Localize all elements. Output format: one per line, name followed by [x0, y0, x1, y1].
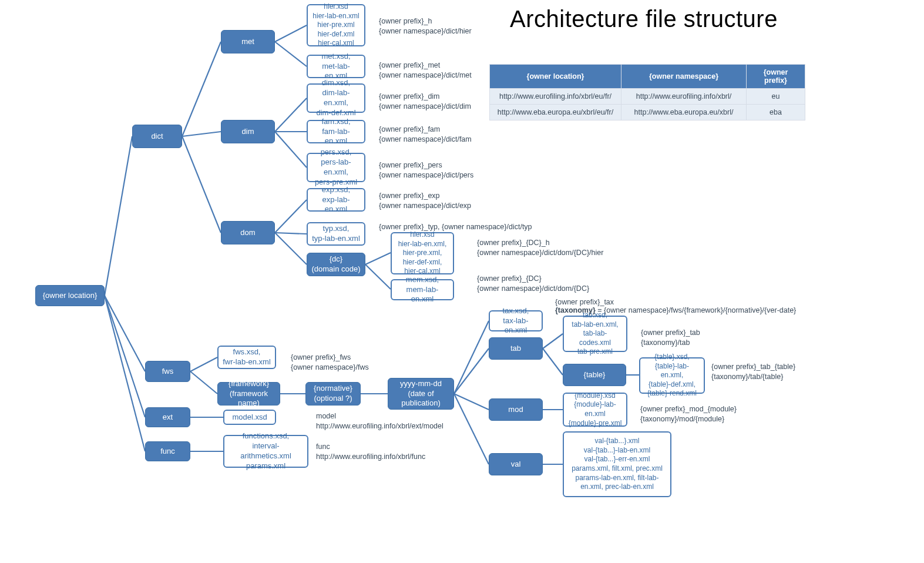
- node-dim-files: dim.xsd,dim-lab-en.xml,dim-def.xml: [307, 83, 365, 113]
- node-exp-files: exp.xsd,exp-lab-en.xml: [307, 188, 365, 212]
- table-row: http://www.eurofiling.info/xbrl/eu/fr/ h…: [490, 89, 805, 105]
- node-framework: {framework}(framework name): [217, 382, 280, 406]
- node-fws-files: fws.xsd,fwr-lab-en.xml: [217, 346, 276, 369]
- svg-line-11: [275, 200, 307, 233]
- node-fws: fws: [145, 361, 190, 382]
- table-row: http://www.eba.europa.eu/xbrl/eu/fr/ htt…: [490, 105, 805, 120]
- node-fam-files: fam.xsd,fam-lab-en.xml: [307, 120, 365, 143]
- label-dc-hier: {owner prefix}_{DC}_h{owner namespace}/d…: [477, 238, 603, 258]
- svg-line-14: [365, 253, 391, 264]
- label-func: funchttp://www.eurofiling.info/xbrl/func: [316, 442, 425, 462]
- node-tab-files: tab.xsd,tab-lab-en.xml,tab-lab-codes.xml…: [563, 316, 627, 352]
- owner-table: {owner location} {owner namespace} {owne…: [489, 64, 805, 120]
- node-normative: {normative}(optional ?): [305, 382, 361, 406]
- svg-line-23: [454, 348, 489, 394]
- label-dim: {owner prefix}_dim{owner namespace}/dict…: [379, 92, 471, 112]
- svg-line-17: [190, 371, 217, 394]
- label-fam: {owner prefix}_fam{owner namespace}/dict…: [379, 125, 472, 145]
- label-hier: {owner prefix}_h{owner namespace}/dict/h…: [379, 16, 472, 36]
- svg-line-0: [105, 296, 145, 371]
- svg-line-10: [275, 132, 307, 167]
- node-functions: functions.xsd,interval-arithmetics.xmlpa…: [223, 435, 308, 468]
- svg-line-22: [454, 321, 489, 394]
- label-pers: {owner prefix}_pers{owner namespace}/dic…: [379, 160, 473, 180]
- node-pers-files: pers.xsd,pers-lab-en.xml,pers-pre.xml: [307, 153, 365, 182]
- svg-line-3: [182, 42, 221, 136]
- label-met: {owner prefix}_met{owner namespace}/dict…: [379, 61, 472, 81]
- svg-line-13: [275, 233, 307, 264]
- page-title: Architecture file structure: [510, 6, 778, 32]
- node-val: val: [489, 453, 543, 475]
- node-mod: mod: [489, 398, 543, 421]
- node-val-files: val-{tab...}.xmlval-{tab...}-lab-en.xmlv…: [563, 431, 671, 497]
- th-prefix: {owner prefix}: [747, 65, 805, 89]
- node-dc-mem: mem.xsd,mem-lab-en.xml: [391, 279, 454, 300]
- svg-line-4: [182, 132, 221, 136]
- svg-line-1: [105, 296, 145, 417]
- node-typ-files: typ.xsd,typ-lab-en.xml: [307, 222, 365, 246]
- label-mod: {owner prefix}_mod_{module}{taxonomy}/mo…: [640, 404, 737, 424]
- node-met-files: met.xsd,met-lab-en.xml: [307, 55, 365, 78]
- node-func: func: [145, 441, 190, 461]
- node-dom: dom: [221, 221, 275, 244]
- node-mod-files: {module}.xsd{module}-lab-en.xml{module}-…: [563, 393, 627, 427]
- node-table: {table}: [563, 364, 626, 386]
- label-fws: {owner prefix}_fws{owner namespace}/fws: [291, 353, 369, 373]
- svg-line-15: [365, 264, 391, 289]
- node-model: model.xsd: [223, 410, 276, 425]
- label-model: modelhttp://www.eurofiling.info/xbrl/ext…: [316, 411, 443, 431]
- node-dc: {dc}(domain code): [307, 253, 365, 276]
- svg-line-16: [190, 357, 217, 371]
- label-dc-mem: {owner prefix}_{DC}{owner namespace}/dic…: [477, 274, 589, 294]
- node-dc-hier: hier.xsdhier-lab-en.xml,hier-pre.xml,hie…: [391, 232, 454, 274]
- label-exp: {owner prefix}_exp{owner namespace}/dict…: [379, 191, 471, 211]
- svg-line-24: [454, 394, 489, 410]
- node-dim: dim: [221, 120, 275, 143]
- svg-line-2: [105, 296, 145, 451]
- label-table: {owner prefix}_tab_{table}{taxonomy}/tab…: [711, 362, 795, 382]
- node-met: met: [221, 30, 275, 53]
- node-ext: ext: [145, 407, 190, 427]
- svg-line-5: [182, 136, 221, 233]
- th-location: {owner location}: [490, 65, 621, 89]
- node-tax-files: tax.xsd,tax-lab-en.xml: [489, 310, 543, 331]
- svg-line-25: [454, 394, 489, 464]
- svg-line-27: [543, 348, 563, 375]
- th-namespace: {owner namespace}: [621, 65, 747, 89]
- node-tab: tab: [489, 337, 543, 360]
- node-table-files: {table}.xsd,{table}-lab-en.xml,{table}-d…: [639, 357, 705, 394]
- node-hier-files: hier.xsdhier-lab-en.xmlhier-pre.xmlhier-…: [307, 4, 365, 46]
- label-typ: {owner prefix}_typ, {owner namespace}/di…: [379, 222, 532, 232]
- node-owner-location: {owner location}: [35, 285, 105, 306]
- svg-line-7: [275, 42, 307, 66]
- svg-line-26: [543, 334, 563, 348]
- svg-line-12: [275, 233, 307, 234]
- label-tab: {owner prefix}_tab{taxonomy}/tab: [641, 328, 700, 348]
- svg-line-6: [275, 25, 307, 42]
- label-tax: {taxonomy} = {owner namespace}/fws/{fram…: [555, 306, 796, 316]
- svg-line-8: [275, 98, 307, 132]
- node-dict: dict: [132, 125, 182, 148]
- node-date: yyyy-mm-dd(date ofpublication): [388, 378, 454, 410]
